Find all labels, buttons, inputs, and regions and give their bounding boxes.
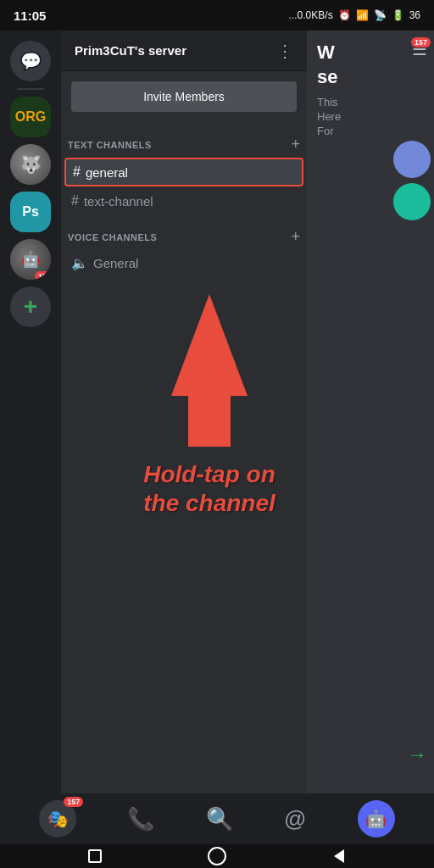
nav-icon-profile[interactable]: 🤖: [358, 800, 395, 837]
voice-channels-category[interactable]: VOICE CHANNELS +: [61, 214, 307, 249]
speaker-icon: 🔈: [71, 255, 88, 271]
nav-icon-mentions[interactable]: @: [284, 806, 306, 832]
annotation-text: Hold-tap onthe channel: [86, 460, 332, 517]
back-gesture-icon: [334, 849, 344, 863]
robot-badge: 157: [35, 271, 51, 280]
server-menu-icon[interactable]: ⋮: [276, 41, 293, 61]
invite-members-button[interactable]: Invite Members: [71, 81, 297, 112]
alarm-icon: ⏰: [338, 9, 351, 21]
nav-icon-calls[interactable]: 📞: [127, 806, 154, 832]
text-channels-category[interactable]: TEXT CHANNELS +: [61, 122, 307, 157]
hash-icon: #: [73, 164, 81, 180]
hamburger-menu-icon[interactable]: ☰ 157: [412, 39, 427, 59]
mentions-icon: @: [284, 806, 306, 832]
server-icon-home[interactable]: 💬: [10, 41, 51, 81]
content-subtitle: ThisHereFor: [317, 96, 424, 139]
search-icon: 🔍: [206, 806, 233, 832]
add-voice-channel-icon[interactable]: +: [291, 228, 300, 246]
channel-item-general[interactable]: # general: [64, 158, 303, 186]
calls-icon: 📞: [127, 806, 154, 832]
bottom-nav: 🎭 157 📞 🔍 @ 🤖: [0, 793, 434, 868]
text-channels-label: TEXT CHANNELS: [68, 140, 152, 150]
ps-label: Ps: [22, 204, 39, 220]
gesture-home[interactable]: [205, 844, 229, 868]
annotation-arrow-head: [171, 294, 248, 396]
bubble-teal: [393, 183, 431, 220]
status-time: 11:05: [14, 8, 46, 23]
org-label: ORG: [15, 109, 46, 125]
battery-icon: 🔋: [392, 9, 404, 21]
server-divider: [17, 88, 44, 90]
gesture-square[interactable]: [83, 844, 107, 868]
server-icon-org[interactable]: ORG: [10, 97, 51, 137]
channel-item-text-channel[interactable]: # text-channel: [64, 188, 303, 214]
nav-icon-avatar[interactable]: 🎭 157: [39, 800, 76, 837]
wolf-avatar: 🐺: [10, 144, 51, 185]
add-text-channel-icon[interactable]: +: [291, 136, 300, 153]
gesture-back[interactable]: [327, 844, 351, 868]
add-icon: +: [24, 293, 37, 320]
arrow-annotation: Hold-tap onthe channel: [86, 294, 332, 517]
status-bar: 11:05 ...0.0KB/s ⏰ 📶 📡 🔋 36: [0, 0, 434, 31]
home-gesture-icon: [208, 847, 226, 865]
server-icon-wolf[interactable]: 🐺: [10, 144, 51, 185]
network-status: ...0.0KB/s: [289, 9, 333, 21]
home-icon: 💬: [20, 51, 42, 71]
channel-item-voice-general[interactable]: 🔈 General: [64, 250, 303, 276]
channel-sidebar: Prim3CuT's server ⋮ Invite Members TEXT …: [61, 31, 307, 868]
server-name: Prim3CuT's server: [75, 43, 186, 58]
profile-avatar: 🤖: [358, 800, 395, 837]
add-server-button[interactable]: +: [10, 287, 51, 327]
status-icons: ...0.0KB/s ⏰ 📶 📡 🔋 36: [289, 9, 420, 21]
signal-icon: 📶: [356, 9, 369, 21]
channel-name-voice-general: General: [93, 256, 138, 270]
wifi-icon: 📡: [374, 9, 387, 21]
bubble-purple: [393, 141, 431, 178]
square-icon: [88, 849, 102, 863]
battery-level: 36: [409, 9, 420, 21]
voice-channels-label: VOICE CHANNELS: [68, 232, 157, 242]
arrow-right-icon: →: [407, 743, 427, 766]
server-icon-ps[interactable]: Ps: [10, 192, 51, 232]
bottom-nav-icons: 🎭 157 📞 🔍 @ 🤖: [0, 793, 434, 844]
channel-name-text-channel: text-channel: [84, 194, 153, 209]
server-list: 💬 ORG 🐺 Ps 🤖 157 +: [0, 31, 61, 868]
content-title: Wse: [317, 41, 424, 89]
server-icon-robot[interactable]: 🤖 157: [10, 239, 51, 280]
channel-name-general: general: [86, 165, 128, 180]
server-header[interactable]: Prim3CuT's server ⋮: [61, 31, 307, 71]
hash-icon-2: #: [71, 193, 79, 209]
nav-icon-search[interactable]: 🔍: [206, 806, 233, 832]
annotation-arrow-stem: [188, 396, 231, 447]
gesture-bar: [0, 844, 434, 868]
avatar-badge: 157: [64, 797, 83, 807]
